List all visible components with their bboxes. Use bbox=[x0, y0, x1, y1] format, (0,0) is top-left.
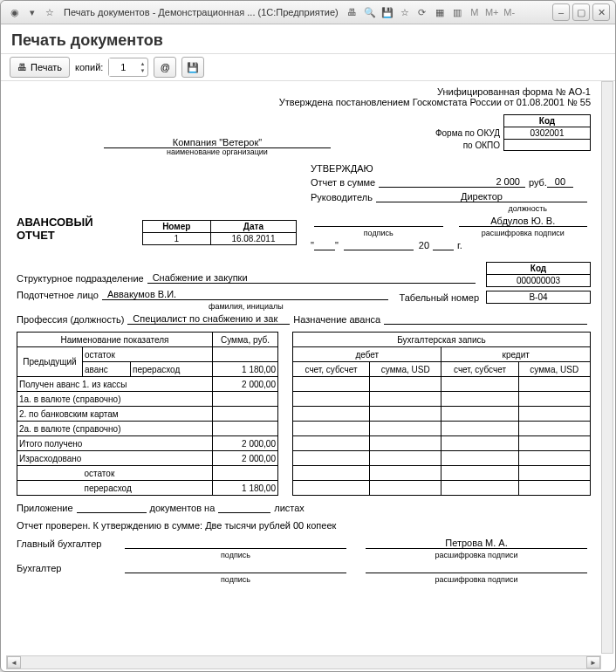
uniform-line1: Унифицированная форма № АО-1 bbox=[17, 86, 591, 97]
minimize-button[interactable]: – bbox=[552, 3, 570, 21]
calendar-icon[interactable]: ▥ bbox=[450, 5, 464, 19]
close-button[interactable]: ✕ bbox=[592, 3, 610, 21]
document-area: Унифицированная форма № АО-1 Утверждена … bbox=[6, 81, 601, 654]
preview-icon[interactable]: 🔍 bbox=[363, 5, 377, 19]
disk-icon: 💾 bbox=[187, 62, 199, 73]
horizontal-scrollbar[interactable]: ◄ ► bbox=[6, 655, 601, 669]
scroll-right-icon[interactable]: ► bbox=[586, 656, 600, 669]
toolbar: 🖶 Печать копий: ▲ ▼ @ 💾 bbox=[1, 54, 615, 81]
copies-label: копий: bbox=[75, 62, 103, 72]
history-icon[interactable]: ⟳ bbox=[415, 5, 429, 19]
dropdown-icon[interactable]: ▾ bbox=[25, 5, 39, 19]
print-button-label: Печать bbox=[31, 62, 62, 72]
okud-table: Код Форма по ОКУД0302001 по ОКПО bbox=[432, 114, 591, 151]
number-date-table: НомерДата 116.08.2011 bbox=[142, 220, 297, 245]
save-icon[interactable]: 💾 bbox=[380, 5, 394, 19]
page-title: Печать документов bbox=[1, 24, 615, 54]
star-icon[interactable]: ☆ bbox=[43, 5, 57, 19]
report-title: АВАНСОВЫЙ ОТЧЕТ bbox=[17, 216, 142, 245]
email-button[interactable]: @ bbox=[154, 57, 176, 78]
indicators-table: Наименование показателяСумма, руб. Преды… bbox=[17, 332, 278, 496]
spin-down-icon[interactable]: ▼ bbox=[137, 67, 147, 74]
uniform-line2: Утверждена постановлением Госкомстата Ро… bbox=[17, 97, 591, 107]
maximize-button[interactable]: ▢ bbox=[572, 3, 590, 21]
accounting-table: Бухгалтерская запись дебеткредит счет, с… bbox=[292, 332, 591, 496]
m-icon: M bbox=[468, 5, 482, 19]
calc-icon[interactable]: ▦ bbox=[433, 5, 447, 19]
app-1c-icon: ◉ bbox=[8, 5, 22, 19]
print-icon[interactable]: 🖶 bbox=[346, 5, 359, 19]
printer-icon: 🖶 bbox=[17, 62, 27, 72]
save-doc-button[interactable]: 💾 bbox=[181, 57, 204, 78]
spin-up-icon[interactable]: ▲ bbox=[137, 60, 147, 67]
vertical-scrollbar[interactable] bbox=[601, 81, 613, 654]
approve-word: УТВЕРЖДАЮ bbox=[311, 163, 591, 174]
scroll-left-icon[interactable]: ◄ bbox=[7, 656, 21, 669]
mminus-icon: M- bbox=[503, 5, 517, 19]
org-caption: наименование организации bbox=[17, 147, 418, 156]
fav-icon[interactable]: ☆ bbox=[398, 5, 412, 19]
copies-spinner[interactable]: ▲ ▼ bbox=[108, 58, 148, 77]
code-table: Код 000000003 bbox=[486, 262, 591, 287]
at-icon: @ bbox=[161, 62, 170, 72]
mplus-icon: M+ bbox=[485, 5, 499, 19]
titlebar: ◉ ▾ ☆ Печать документов - Демонстрационн… bbox=[1, 1, 615, 24]
window-title: Печать документов - Демонстрационная ...… bbox=[64, 7, 339, 17]
print-button[interactable]: 🖶 Печать bbox=[10, 57, 70, 78]
copies-input[interactable] bbox=[109, 58, 137, 76]
